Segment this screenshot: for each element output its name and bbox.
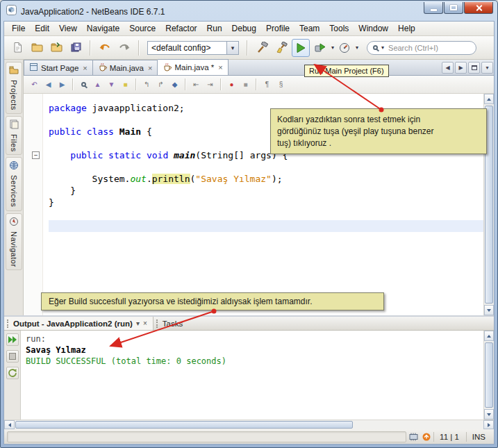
- new-project-button[interactable]: [28, 39, 46, 57]
- title-bar[interactable]: JavaApplication2 - NetBeans IDE 6.7.1: [1, 1, 497, 21]
- tab-close-icon[interactable]: ×: [148, 64, 152, 72]
- uncomment-icon[interactable]: §: [274, 78, 288, 91]
- shift-left-icon[interactable]: ⇤: [190, 78, 203, 91]
- sidebar-item-projects[interactable]: Projects: [6, 62, 22, 114]
- minimize-button[interactable]: [424, 2, 443, 14]
- undo-button[interactable]: [96, 39, 114, 57]
- output-close-icon[interactable]: ×: [143, 320, 147, 327]
- previous-bookmark-icon[interactable]: ↰: [140, 78, 153, 91]
- menu-help[interactable]: Help: [393, 22, 420, 35]
- memory-status-icon[interactable]: [409, 433, 418, 441]
- back-icon[interactable]: ◀: [42, 78, 55, 91]
- refresh-button[interactable]: [6, 367, 19, 379]
- output-horizontal-scrollbar[interactable]: [4, 420, 494, 429]
- scroll-up-button[interactable]: [484, 94, 494, 104]
- drag-grip-icon[interactable]: [156, 320, 159, 328]
- shift-right-icon[interactable]: ⇥: [204, 78, 217, 91]
- rerun-button[interactable]: [6, 333, 19, 346]
- menu-refactor[interactable]: Refactor: [160, 22, 201, 35]
- menu-debug[interactable]: Debug: [227, 22, 261, 35]
- sidebar-item-navigator[interactable]: Navigator: [6, 213, 22, 271]
- scroll-tabs-left-button[interactable]: ◀: [442, 62, 454, 74]
- output-vertical-scrollbar[interactable]: [483, 331, 494, 420]
- stop-build-button[interactable]: [6, 350, 19, 363]
- tab-close-icon[interactable]: ×: [218, 63, 222, 72]
- comment-icon[interactable]: ¶: [260, 78, 274, 91]
- next-occurrence-icon[interactable]: ▼: [105, 78, 118, 91]
- scroll-tabs-right-button[interactable]: ▶: [455, 62, 467, 74]
- debug-main-project-button[interactable]: [311, 39, 329, 57]
- tab-list-button[interactable]: ▾: [481, 62, 493, 74]
- find-icon[interactable]: [77, 78, 90, 91]
- code-token: [49, 150, 70, 160]
- menu-profile[interactable]: Profile: [261, 22, 294, 35]
- new-file-button[interactable]: [8, 39, 26, 57]
- scrollbar-track[interactable]: [15, 420, 483, 429]
- search-input[interactable]: [387, 43, 470, 53]
- save-all-button[interactable]: [67, 39, 85, 57]
- tab-main-java-modified[interactable]: Main.java * ×: [158, 59, 228, 75]
- code-token: class: [87, 126, 114, 137]
- chevron-down-icon[interactable]: ▾: [381, 44, 384, 51]
- menu-navigate[interactable]: Navigate: [82, 22, 124, 35]
- menu-window[interactable]: Window: [354, 22, 393, 35]
- scrollbar-thumb[interactable]: [485, 342, 493, 408]
- toggle-bookmark-icon[interactable]: ◆: [168, 78, 181, 91]
- scrollbar-track[interactable]: [484, 341, 494, 409]
- menu-view[interactable]: View: [54, 22, 82, 35]
- chevron-down-icon[interactable]: ▾: [356, 44, 358, 51]
- toolbar-separator: [135, 78, 137, 90]
- menu-edit[interactable]: Edit: [30, 22, 54, 35]
- scrollbar-thumb[interactable]: [15, 421, 353, 429]
- scroll-down-button[interactable]: [484, 409, 494, 420]
- scroll-up-button[interactable]: [484, 331, 494, 341]
- update-notification-icon[interactable]: [422, 433, 431, 441]
- output-options-icon[interactable]: ▾: [136, 320, 140, 327]
- last-edit-position-icon[interactable]: ↶: [28, 78, 41, 91]
- maximize-editor-button[interactable]: [468, 62, 480, 74]
- build-project-button[interactable]: [253, 39, 271, 57]
- start-macro-recording-icon[interactable]: ●: [225, 78, 238, 91]
- code-line-10[interactable]: [49, 208, 483, 220]
- chevron-down-icon[interactable]: ▾: [226, 42, 238, 54]
- stop-macro-recording-icon[interactable]: ■: [239, 78, 252, 91]
- code-line-6[interactable]: [49, 161, 483, 173]
- profile-main-project-button[interactable]: [335, 39, 354, 57]
- menu-team[interactable]: Team: [294, 22, 324, 35]
- scroll-right-button[interactable]: [483, 420, 494, 429]
- forward-icon[interactable]: ▶: [56, 78, 69, 91]
- sidebar-item-files[interactable]: Files: [6, 116, 22, 156]
- menu-tools[interactable]: Tools: [324, 22, 354, 35]
- menu-run[interactable]: Run: [202, 22, 227, 35]
- redo-button[interactable]: [115, 39, 133, 57]
- code-line-9[interactable]: }: [49, 197, 483, 208]
- tab-close-icon[interactable]: ×: [83, 64, 87, 72]
- chevron-down-icon[interactable]: ▾: [331, 44, 334, 51]
- previous-occurrence-icon[interactable]: ▲: [91, 78, 104, 91]
- toggle-highlight-icon[interactable]: ■: [119, 78, 132, 91]
- next-bookmark-icon[interactable]: ↱: [154, 78, 167, 91]
- tab-tasks[interactable]: Tasks: [153, 317, 188, 330]
- window-controls: [424, 2, 493, 14]
- output-console[interactable]: run:Savaş YılmazBUILD SUCCESSFUL (total …: [21, 331, 483, 420]
- scroll-down-button[interactable]: [484, 305, 494, 315]
- code-line-11[interactable]: [49, 220, 483, 232]
- menu-file[interactable]: File: [7, 22, 30, 35]
- open-project-button[interactable]: [47, 39, 65, 57]
- quick-search[interactable]: ▾: [367, 41, 476, 55]
- sidebar-item-services[interactable]: Services: [6, 157, 22, 210]
- tab-output[interactable]: Output - JavaApplication2 (run) ▾ ×: [4, 317, 153, 330]
- config-select[interactable]: <default config> ▾: [147, 41, 239, 55]
- clean-build-project-button[interactable]: [272, 39, 290, 57]
- menu-source[interactable]: Source: [124, 22, 160, 35]
- drag-grip-icon[interactable]: [7, 320, 10, 328]
- scroll-left-button[interactable]: [4, 420, 15, 429]
- tab-start-page[interactable]: Start Page ×: [24, 60, 93, 75]
- code-line-8[interactable]: }: [49, 185, 483, 197]
- tab-main-java[interactable]: Main.java ×: [93, 60, 158, 75]
- maximize-button[interactable]: [444, 2, 463, 14]
- run-main-project-button[interactable]: [292, 39, 310, 57]
- fold-collapse-icon[interactable]: −: [32, 151, 40, 159]
- close-button[interactable]: [464, 2, 493, 14]
- code-line-7[interactable]: System.out.println("Savaş Yılmaz");: [49, 173, 483, 185]
